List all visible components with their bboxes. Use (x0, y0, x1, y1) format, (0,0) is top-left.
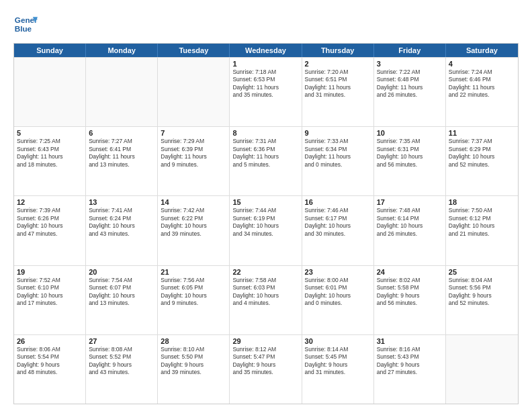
cell-info: Sunrise: 8:16 AM Sunset: 5:43 PM Dayligh… (377, 346, 443, 377)
day-cell-20: 20Sunrise: 7:54 AM Sunset: 6:07 PM Dayli… (86, 266, 158, 334)
empty-cell (446, 335, 518, 404)
day-number: 29 (232, 337, 298, 345)
cell-info: Sunrise: 7:50 AM Sunset: 6:12 PM Dayligh… (449, 207, 515, 238)
day-cell-29: 29Sunrise: 8:12 AM Sunset: 5:47 PM Dayli… (230, 335, 302, 404)
cell-info: Sunrise: 8:02 AM Sunset: 5:58 PM Dayligh… (377, 277, 443, 308)
cell-info: Sunrise: 8:04 AM Sunset: 5:56 PM Dayligh… (449, 277, 515, 308)
day-cell-25: 25Sunrise: 8:04 AM Sunset: 5:56 PM Dayli… (446, 266, 518, 334)
weekday-header-wednesday: Wednesday (230, 44, 302, 57)
day-number: 13 (89, 198, 154, 206)
day-number: 15 (232, 198, 298, 206)
weekday-header-monday: Monday (86, 44, 158, 57)
day-number: 25 (449, 268, 515, 276)
day-cell-27: 27Sunrise: 8:08 AM Sunset: 5:52 PM Dayli… (86, 335, 158, 404)
day-number: 12 (17, 198, 83, 206)
calendar-row: 12Sunrise: 7:39 AM Sunset: 6:26 PM Dayli… (14, 195, 518, 265)
day-number: 28 (161, 337, 226, 345)
cell-info: Sunrise: 7:44 AM Sunset: 6:19 PM Dayligh… (232, 207, 298, 238)
day-cell-21: 21Sunrise: 7:56 AM Sunset: 6:05 PM Dayli… (158, 266, 230, 334)
day-number: 2 (305, 60, 371, 68)
day-number: 9 (305, 129, 371, 137)
day-number: 4 (449, 60, 515, 68)
day-number: 16 (305, 198, 371, 206)
empty-cell (86, 58, 158, 126)
svg-text:Blue: Blue (15, 24, 32, 33)
cell-info: Sunrise: 7:22 AM Sunset: 6:48 PM Dayligh… (377, 68, 443, 99)
day-cell-3: 3Sunrise: 7:22 AM Sunset: 6:48 PM Daylig… (374, 58, 446, 126)
calendar-row: 1Sunrise: 7:18 AM Sunset: 6:53 PM Daylig… (14, 57, 518, 126)
day-number: 30 (305, 337, 371, 345)
day-cell-9: 9Sunrise: 7:33 AM Sunset: 6:34 PM Daylig… (302, 127, 374, 195)
cell-info: Sunrise: 7:31 AM Sunset: 6:36 PM Dayligh… (232, 138, 298, 169)
calendar-row: 5Sunrise: 7:25 AM Sunset: 6:43 PM Daylig… (14, 126, 518, 195)
logo: General Blue (13, 12, 38, 36)
day-number: 8 (232, 129, 298, 137)
day-number: 22 (232, 268, 298, 276)
cell-info: Sunrise: 7:52 AM Sunset: 6:10 PM Dayligh… (17, 277, 83, 308)
day-number: 3 (377, 60, 443, 68)
cell-info: Sunrise: 8:14 AM Sunset: 5:45 PM Dayligh… (305, 346, 371, 377)
day-number: 24 (377, 268, 443, 276)
day-number: 21 (161, 268, 226, 276)
cell-info: Sunrise: 7:35 AM Sunset: 6:31 PM Dayligh… (377, 138, 443, 169)
day-cell-13: 13Sunrise: 7:41 AM Sunset: 6:24 PM Dayli… (86, 196, 158, 265)
day-cell-7: 7Sunrise: 7:29 AM Sunset: 6:39 PM Daylig… (158, 127, 230, 195)
day-cell-16: 16Sunrise: 7:46 AM Sunset: 6:17 PM Dayli… (302, 196, 374, 265)
cell-info: Sunrise: 8:12 AM Sunset: 5:47 PM Dayligh… (232, 346, 298, 377)
empty-cell (14, 58, 86, 126)
cell-info: Sunrise: 8:00 AM Sunset: 6:01 PM Dayligh… (305, 277, 371, 308)
day-number: 5 (17, 129, 83, 137)
cell-info: Sunrise: 7:37 AM Sunset: 6:29 PM Dayligh… (449, 138, 515, 169)
cell-info: Sunrise: 7:58 AM Sunset: 6:03 PM Dayligh… (232, 277, 298, 308)
weekday-header-saturday: Saturday (446, 44, 518, 57)
day-number: 20 (89, 268, 154, 276)
day-number: 11 (449, 129, 515, 137)
day-number: 27 (89, 337, 154, 345)
cell-info: Sunrise: 7:20 AM Sunset: 6:51 PM Dayligh… (305, 68, 371, 99)
day-cell-10: 10Sunrise: 7:35 AM Sunset: 6:31 PM Dayli… (374, 127, 446, 195)
weekday-header-thursday: Thursday (302, 44, 374, 57)
day-cell-1: 1Sunrise: 7:18 AM Sunset: 6:53 PM Daylig… (230, 58, 302, 126)
cell-info: Sunrise: 7:46 AM Sunset: 6:17 PM Dayligh… (305, 207, 371, 238)
calendar-row: 26Sunrise: 8:06 AM Sunset: 5:54 PM Dayli… (14, 334, 518, 404)
cell-info: Sunrise: 7:27 AM Sunset: 6:41 PM Dayligh… (89, 138, 154, 169)
day-cell-5: 5Sunrise: 7:25 AM Sunset: 6:43 PM Daylig… (14, 127, 86, 195)
cell-info: Sunrise: 7:54 AM Sunset: 6:07 PM Dayligh… (89, 277, 154, 308)
empty-cell (158, 58, 230, 126)
cell-info: Sunrise: 7:56 AM Sunset: 6:05 PM Dayligh… (161, 277, 226, 308)
day-number: 23 (305, 268, 371, 276)
day-number: 19 (17, 268, 83, 276)
day-number: 17 (377, 198, 443, 206)
day-cell-4: 4Sunrise: 7:24 AM Sunset: 6:46 PM Daylig… (446, 58, 518, 126)
day-number: 1 (232, 60, 298, 68)
calendar-body: 1Sunrise: 7:18 AM Sunset: 6:53 PM Daylig… (14, 57, 518, 404)
day-cell-26: 26Sunrise: 8:06 AM Sunset: 5:54 PM Dayli… (14, 335, 86, 404)
day-number: 18 (449, 198, 515, 206)
day-cell-18: 18Sunrise: 7:50 AM Sunset: 6:12 PM Dayli… (446, 196, 518, 265)
day-cell-31: 31Sunrise: 8:16 AM Sunset: 5:43 PM Dayli… (374, 335, 446, 404)
cell-info: Sunrise: 7:33 AM Sunset: 6:34 PM Dayligh… (305, 138, 371, 169)
day-cell-6: 6Sunrise: 7:27 AM Sunset: 6:41 PM Daylig… (86, 127, 158, 195)
day-number: 10 (377, 129, 443, 137)
cell-info: Sunrise: 7:39 AM Sunset: 6:26 PM Dayligh… (17, 207, 83, 238)
calendar-page: General Blue SundayMondayTuesdayWednesda… (0, 0, 532, 411)
day-cell-2: 2Sunrise: 7:20 AM Sunset: 6:51 PM Daylig… (302, 58, 374, 126)
cell-info: Sunrise: 7:41 AM Sunset: 6:24 PM Dayligh… (89, 207, 154, 238)
day-cell-28: 28Sunrise: 8:10 AM Sunset: 5:50 PM Dayli… (158, 335, 230, 404)
day-number: 31 (377, 337, 443, 345)
cell-info: Sunrise: 7:29 AM Sunset: 6:39 PM Dayligh… (161, 138, 226, 169)
cell-info: Sunrise: 7:18 AM Sunset: 6:53 PM Dayligh… (232, 68, 298, 99)
day-cell-15: 15Sunrise: 7:44 AM Sunset: 6:19 PM Dayli… (230, 196, 302, 265)
cell-info: Sunrise: 8:06 AM Sunset: 5:54 PM Dayligh… (17, 346, 83, 377)
cell-info: Sunrise: 7:24 AM Sunset: 6:46 PM Dayligh… (449, 68, 515, 99)
cell-info: Sunrise: 7:42 AM Sunset: 6:22 PM Dayligh… (161, 207, 226, 238)
day-number: 7 (161, 129, 226, 137)
calendar-header: SundayMondayTuesdayWednesdayThursdayFrid… (14, 44, 518, 57)
day-cell-8: 8Sunrise: 7:31 AM Sunset: 6:36 PM Daylig… (230, 127, 302, 195)
day-cell-24: 24Sunrise: 8:02 AM Sunset: 5:58 PM Dayli… (374, 266, 446, 334)
day-number: 14 (161, 198, 226, 206)
day-number: 26 (17, 337, 83, 345)
day-cell-11: 11Sunrise: 7:37 AM Sunset: 6:29 PM Dayli… (446, 127, 518, 195)
calendar-row: 19Sunrise: 7:52 AM Sunset: 6:10 PM Dayli… (14, 265, 518, 334)
day-cell-19: 19Sunrise: 7:52 AM Sunset: 6:10 PM Dayli… (14, 266, 86, 334)
